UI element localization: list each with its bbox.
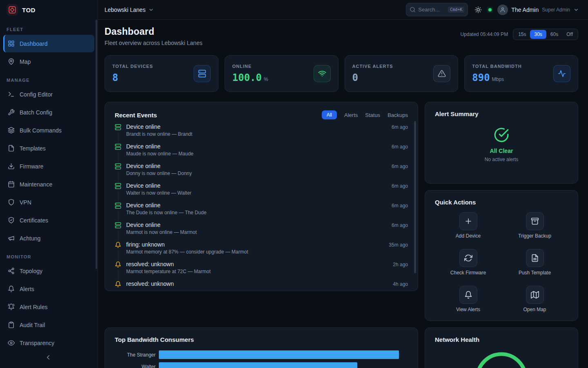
page-head: Dashboard Fleet overview across Lebowski… — [105, 26, 578, 46]
event-row[interactable]: firing: unknown35m agoMarmot memory at 8… — [115, 241, 408, 261]
activity-icon — [553, 65, 570, 82]
event-row[interactable]: resolved: unknown4h ago — [115, 280, 408, 291]
stats-row: TOTAL DEVICES8ONLINE100.0%ACTIVE ALERTS0… — [105, 55, 578, 92]
event-row[interactable]: Device online6m agoWalter is now online … — [115, 182, 408, 202]
main-area: Lebowski Lanes Cmd+K The Admin Super Adm… — [98, 0, 588, 368]
events-tab-alerts[interactable]: Alerts — [344, 112, 358, 118]
sidebar-item-batch-config[interactable]: Batch Config — [3, 103, 94, 121]
event-detail: Marmot is now online — Marmot — [126, 229, 408, 235]
event-row[interactable]: Device online6m agoBrandt is now online … — [115, 123, 408, 143]
events-tab-status[interactable]: Status — [365, 112, 380, 118]
refresh-30s-button[interactable]: 30s — [530, 30, 546, 39]
stat-label: TOTAL BANDWIDTH — [472, 64, 521, 69]
events-tab-backups[interactable]: Backups — [388, 112, 408, 118]
user-icon — [500, 7, 506, 13]
timeline-connector — [118, 250, 118, 261]
page-title: Dashboard — [105, 26, 203, 37]
event-rail — [115, 280, 121, 291]
network-health-title: Network Health — [435, 336, 568, 343]
sidebar-item-audit-trail[interactable]: Audit Trail — [3, 316, 94, 334]
event-detail: Marmot memory at 87% — consider upgrade … — [126, 249, 408, 255]
shield-check-icon — [7, 217, 15, 224]
sidebar-item-alert-rules[interactable]: Alert Rules — [3, 298, 94, 316]
event-row[interactable]: Device online6m agoMaude is now online —… — [115, 143, 408, 163]
refresh-off-button[interactable]: Off — [562, 30, 577, 39]
search-shortcut-badge: Cmd+K — [448, 7, 464, 13]
event-time: 6m ago — [392, 144, 408, 150]
event-time: 35m ago — [389, 242, 408, 248]
stat-label: TOTAL DEVICES — [112, 64, 153, 69]
refresh-15s-button[interactable]: 15s — [514, 30, 530, 39]
sidebar-item-templates[interactable]: Templates — [3, 139, 94, 157]
bandwidth-title: Top Bandwidth Consumers — [115, 336, 408, 343]
dashboard-grid: Recent Events AllAlertsStatusBackups Dev… — [105, 102, 578, 368]
event-title: resolved: unknown — [126, 280, 174, 287]
download-icon — [7, 163, 15, 170]
event-title: resolved: unknown — [126, 261, 174, 267]
event-title: Device online — [126, 163, 160, 169]
sidebar-item-vpn[interactable]: VPN — [3, 193, 94, 211]
sidebar-item-label: VPN — [20, 199, 31, 206]
org-switcher[interactable]: Lebowski Lanes — [105, 7, 154, 13]
sidebar-item-topology[interactable]: Topology — [3, 262, 94, 280]
share-icon — [7, 267, 15, 275]
sidebar-item-label: Certificates — [20, 217, 48, 224]
org-name: Lebowski Lanes — [105, 7, 145, 13]
sidebar-item-certificates[interactable]: Certificates — [3, 211, 94, 229]
event-rail — [115, 163, 121, 182]
event-row[interactable]: Device online6m agoMarmot is now online … — [115, 222, 408, 241]
search-input[interactable] — [418, 7, 445, 13]
search-box[interactable]: Cmd+K — [406, 3, 468, 16]
events-tab-all[interactable]: All — [322, 110, 337, 119]
quick-action-push-template[interactable]: Push Template — [501, 249, 568, 276]
sidebar-item-firmware[interactable]: Firmware — [3, 157, 94, 175]
alert-triangle-icon — [433, 65, 450, 82]
sidebar-item-bulk-commands[interactable]: Bulk Commands — [3, 121, 94, 139]
event-title: Device online — [126, 222, 160, 228]
event-body: Device online6m agoMarmot is now online … — [126, 222, 408, 241]
event-rail — [115, 123, 121, 143]
user-menu[interactable]: The Admin Super Admin — [497, 4, 579, 15]
refresh-60s-button[interactable]: 60s — [546, 30, 562, 39]
sidebar-item-achtung[interactable]: Achtung — [3, 229, 94, 247]
quick-actions-grid: Add DeviceTrigger BackupCheck FirmwarePu… — [435, 212, 568, 312]
sidebar-item-alerts[interactable]: Alerts — [3, 280, 94, 298]
server-icon — [115, 182, 121, 189]
wifi-icon — [314, 65, 331, 82]
refresh-icon — [459, 249, 477, 267]
event-row[interactable]: resolved: unknown2h agoMarmot temperatur… — [115, 261, 408, 280]
server-icon — [194, 65, 211, 82]
quick-action-add-device[interactable]: Add Device — [435, 212, 501, 239]
sidebar-item-label: Firmware — [20, 163, 43, 170]
sidebar-item-label: Maintenance — [20, 181, 52, 188]
quick-action-trigger-backup[interactable]: Trigger Backup — [501, 212, 568, 239]
avatar — [497, 4, 508, 15]
event-title: firing: unknown — [126, 241, 165, 248]
event-row[interactable]: Device online6m agoThe Dude is now onlin… — [115, 202, 408, 222]
event-body: Device online6m agoDonny is now online —… — [126, 163, 408, 182]
event-rail — [115, 222, 121, 241]
sidebar-item-label: Transparency — [20, 340, 54, 346]
archive-icon — [526, 212, 544, 230]
sidebar-item-maintenance[interactable]: Maintenance — [3, 175, 94, 193]
quick-action-check-firmware[interactable]: Check Firmware — [435, 249, 501, 276]
sidebar-item-dashboard[interactable]: Dashboard — [3, 35, 94, 52]
chevron-down-icon — [148, 7, 154, 13]
bandwidth-bar — [159, 350, 399, 359]
stat-value: 890Mbps — [472, 72, 521, 83]
bell-ring-icon — [7, 303, 15, 311]
server-icon — [115, 163, 121, 170]
events-scrollbar[interactable] — [414, 121, 416, 273]
event-detail: Walter is now online — Walter — [126, 190, 408, 196]
sidebar-item-label: Topology — [20, 268, 42, 274]
quick-action-open-map[interactable]: Open Map — [501, 286, 568, 312]
sidebar-item-map[interactable]: Map — [3, 53, 94, 70]
theme-toggle-button[interactable] — [474, 5, 483, 14]
sidebar-item-config-editor[interactable]: Config Editor — [3, 85, 94, 103]
event-time: 6m ago — [392, 203, 408, 209]
quick-action-view-alerts[interactable]: View Alerts — [435, 286, 501, 312]
sidebar-collapse-button[interactable] — [42, 351, 54, 364]
network-health-donut — [435, 348, 568, 368]
event-row[interactable]: Device online6m agoDonny is now online —… — [115, 163, 408, 182]
quick-actions-card: Quick Actions Add DeviceTrigger BackupCh… — [425, 190, 578, 321]
